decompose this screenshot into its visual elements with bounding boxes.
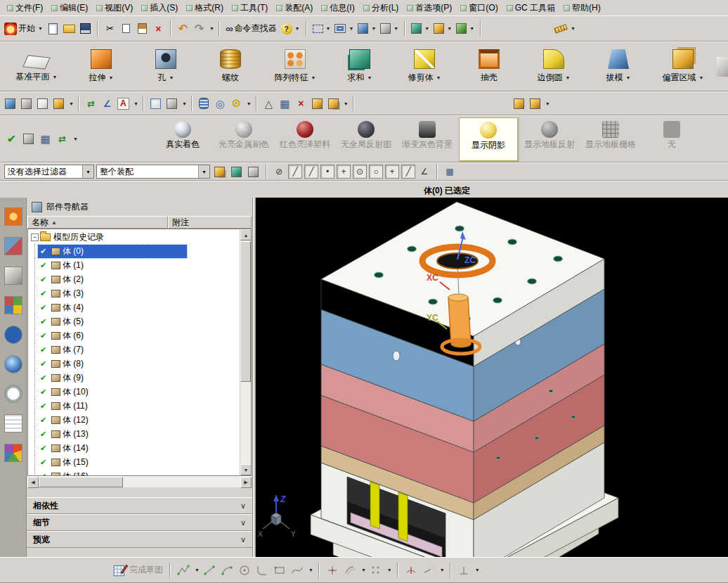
snap-point-on-curve-toggle[interactable]: ╱ <box>401 165 415 179</box>
redo-button[interactable]: ↷ <box>192 21 207 36</box>
gc-gear2-button[interactable] <box>528 96 542 111</box>
scroll-right-button[interactable]: ▶ <box>240 477 252 488</box>
chevron-down-icon[interactable]: ▼ <box>349 26 353 31</box>
checkbox-icon[interactable]: ✔ <box>40 317 49 326</box>
menu-assemblies[interactable]: 装配(A) <box>272 0 317 16</box>
chevron-down-icon[interactable]: ▼ <box>344 101 349 106</box>
chevron-down-icon[interactable]: ▼ <box>440 568 445 572</box>
pen-button[interactable] <box>51 96 66 111</box>
chevron-down-icon[interactable]: ▼ <box>436 75 441 80</box>
checkbox-icon[interactable]: ✔ <box>40 472 49 477</box>
chevron-down-icon[interactable]: ▼ <box>109 75 114 80</box>
open-file-button[interactable] <box>62 21 77 36</box>
checkbox-icon[interactable]: ✔ <box>40 275 49 284</box>
snap-midpoint-toggle[interactable]: ╱ <box>304 165 318 179</box>
render-show-shadow-button[interactable]: 显示阴影 <box>459 117 518 161</box>
resource-palette-icon[interactable] <box>4 444 22 462</box>
menu-tools[interactable]: 工具(T) <box>228 0 272 16</box>
menu-analysis[interactable]: 分析(L) <box>359 0 403 16</box>
vertical-scrollbar[interactable]: ▲ ▼ <box>240 229 251 475</box>
line-tool-button[interactable] <box>202 563 217 578</box>
snap-endpoint-toggle[interactable]: ╱ <box>288 165 302 179</box>
tree-selection[interactable]: ✔体 (10) <box>38 385 187 399</box>
scrollbar-thumb[interactable] <box>240 241 251 382</box>
paste-button[interactable] <box>135 21 150 36</box>
snap-point-on-face-toggle[interactable]: ∠ <box>417 165 431 179</box>
delete-button[interactable]: × <box>151 21 166 36</box>
chevron-down-icon[interactable]: ∨ <box>240 535 246 544</box>
quick-extend-tool-button[interactable] <box>421 563 436 578</box>
hole-button[interactable]: 孔▼ <box>135 44 197 90</box>
offset-region-button[interactable]: 偏置区域▼ <box>652 44 714 90</box>
datum-csys-button[interactable]: ∠ <box>100 96 115 111</box>
chevron-down-icon[interactable]: ▼ <box>566 75 571 80</box>
tree-selection[interactable]: ✔体 (16) <box>38 470 187 477</box>
tree-row-body-8[interactable]: ✔体 (8) <box>28 357 240 371</box>
measure-button[interactable]: ▼ <box>432 23 453 34</box>
tree-row-body-4[interactable]: ✔体 (4) <box>28 300 240 314</box>
snap-existing-point-toggle[interactable]: + <box>385 165 399 179</box>
checkbox-icon[interactable]: ✔ <box>40 359 49 369</box>
menu-edit[interactable]: 编辑(E) <box>47 0 92 16</box>
chevron-down-icon[interactable]: ▼ <box>394 26 398 31</box>
menu-gc-toolbox[interactable]: GC 工具箱 <box>502 0 559 16</box>
tree-row-body-0[interactable]: ✔体 (0) <box>28 244 240 258</box>
panel-details[interactable]: 细节∨ <box>27 514 252 531</box>
helix-button[interactable] <box>197 96 212 111</box>
interpart-link-button[interactable] <box>212 165 227 179</box>
tree-row-body-6[interactable]: ✔体 (6) <box>28 328 240 342</box>
render-brushed-metal-button[interactable]: 光亮金属刷色 <box>214 117 273 161</box>
column-header-name[interactable]: 名称▲ <box>27 216 168 229</box>
menu-information[interactable]: 信息(I) <box>317 0 358 16</box>
tree-selection[interactable]: ✔体 (14) <box>38 442 187 455</box>
render-floor-grid-button[interactable]: 显示地板栅格 <box>581 117 640 161</box>
gc-gear1-button[interactable] <box>512 96 526 111</box>
tree-row-body-11[interactable]: ✔体 (11) <box>28 399 240 413</box>
menu-help[interactable]: 帮助(H) <box>559 0 605 16</box>
tree-row-body-12[interactable]: ✔体 (12) <box>28 413 240 427</box>
ruler-button[interactable] <box>553 21 568 36</box>
chevron-down-icon[interactable]: ▼ <box>209 26 214 31</box>
sketch-curve-button[interactable] <box>164 96 179 111</box>
verify-button[interactable]: ✔ <box>4 132 19 146</box>
tree-row-body-15[interactable]: ✔体 (15) <box>28 455 240 469</box>
snap-disable-toggle[interactable]: ⊘ <box>272 165 286 179</box>
render-red-plastic-button[interactable]: 红色亮泽塑料 <box>275 117 334 161</box>
tree-selection[interactable]: ✔体 (9) <box>38 371 187 385</box>
tree-selection[interactable]: ✔体 (12) <box>38 414 187 427</box>
layer-visible-button[interactable] <box>35 96 50 111</box>
tree-selection[interactable]: ✔体 (5) <box>38 315 187 328</box>
menu-window[interactable]: 窗口(O) <box>456 0 502 16</box>
select-component-button[interactable] <box>246 165 261 179</box>
horizontal-scrollbar[interactable]: ◀ ▶ <box>27 476 252 487</box>
tree-selection[interactable]: ✔体 (4) <box>38 301 187 314</box>
selection-rectangle-button[interactable]: ▼ <box>311 24 332 34</box>
profile-tool-button[interactable] <box>176 563 191 578</box>
snap-control-point-toggle[interactable]: • <box>320 165 334 179</box>
tube-button[interactable]: ⊙ <box>229 96 244 111</box>
scroll-left-button[interactable]: ◀ <box>27 477 39 488</box>
panel-dependencies[interactable]: 相依性∨ <box>27 497 252 514</box>
menu-file[interactable]: 文件(F) <box>3 0 47 16</box>
rectangle-tool-button[interactable] <box>272 563 287 578</box>
chevron-down-icon[interactable]: ▼ <box>195 568 200 572</box>
snap-view-button[interactable]: ▼ <box>455 23 476 34</box>
command-finder-button[interactable]: ∞命令查找器 <box>224 22 278 35</box>
menu-preferences[interactable]: 首选项(P) <box>403 0 456 16</box>
chevron-down-icon[interactable]: ▼ <box>545 101 550 106</box>
checkbox-icon[interactable]: ✔ <box>40 402 49 411</box>
checkbox-icon[interactable]: ✔ <box>40 458 49 467</box>
chevron-down-icon[interactable]: ▼ <box>247 101 252 106</box>
tree-row-body-2[interactable]: ✔体 (2) <box>28 272 240 286</box>
point-tool-button[interactable] <box>325 563 340 578</box>
tree-row-body-13[interactable]: ✔体 (13) <box>28 427 240 441</box>
show-hide-button[interactable] <box>3 96 18 111</box>
snap-arc-center-toggle[interactable]: ⊙ <box>353 165 367 179</box>
trim-body-button[interactable]: 修剪体▼ <box>394 44 455 90</box>
menu-insert[interactable]: 插入(S) <box>137 0 182 16</box>
snap-intersection-toggle[interactable]: + <box>337 165 351 179</box>
tree-row-body-9[interactable]: ✔体 (9) <box>28 371 240 385</box>
tree-row-body-16[interactable]: ✔体 (16) <box>28 469 240 476</box>
orient-wcs-button[interactable]: ⇄ <box>84 96 98 111</box>
tree-row-body-1[interactable]: ✔体 (1) <box>28 258 240 272</box>
